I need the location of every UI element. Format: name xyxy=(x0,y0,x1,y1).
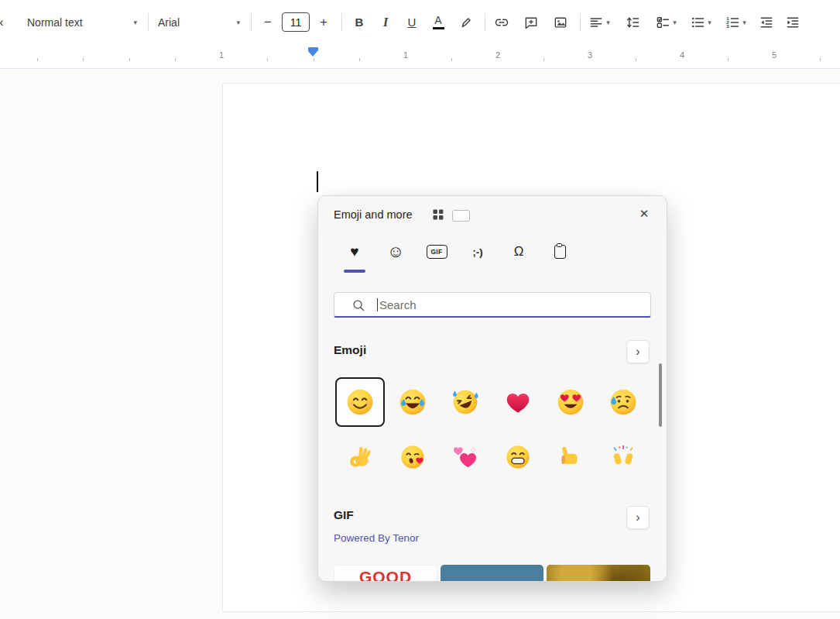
emoji-two-hearts[interactable] xyxy=(452,444,478,470)
emoji-ok-hand[interactable] xyxy=(347,444,373,470)
paragraph-style-label: Normal text xyxy=(27,16,83,29)
emoji-smiling-face[interactable] xyxy=(345,387,375,417)
ruler: 1 1 2 3 4 5 xyxy=(0,44,840,68)
gif-icon: GIF xyxy=(427,245,447,259)
font-dropdown[interactable]: Arial ▾ xyxy=(153,11,245,34)
insert-image-button[interactable] xyxy=(549,11,572,34)
gif-expand-button[interactable]: › xyxy=(626,506,650,529)
decrease-indent-icon xyxy=(759,15,774,30)
ruler-number: 2 xyxy=(493,50,502,60)
emoji-picker-panel: Emoji and more ✕ ♥ ☺ GIF ;-) Ω xyxy=(317,195,667,582)
selected-tab-indicator xyxy=(344,270,365,273)
gif-thumbnail-3[interactable] xyxy=(547,565,650,582)
font-label: Arial xyxy=(158,16,180,29)
tab-gif[interactable]: GIF xyxy=(421,238,452,266)
chevron-down-icon: ▾ xyxy=(673,19,677,26)
ruler-number: 4 xyxy=(677,50,687,60)
numbered-list-icon: 123 xyxy=(725,15,740,30)
checklist-dropdown[interactable]: ▾ xyxy=(650,11,681,34)
align-left-icon xyxy=(588,15,604,30)
ruler-number: 1 xyxy=(217,50,226,60)
tab-favorites[interactable]: ♥ xyxy=(339,238,370,266)
image-icon xyxy=(553,15,568,30)
paragraph-style-dropdown[interactable]: Normal text ▾ xyxy=(22,11,142,34)
text-color-button[interactable]: A xyxy=(427,11,449,34)
text-cursor xyxy=(317,171,318,192)
gif-section-title: GIF xyxy=(334,508,354,522)
tab-emoji[interactable]: ☺ xyxy=(380,238,411,266)
highlight-color-button[interactable] xyxy=(454,11,477,34)
underline-button[interactable]: U xyxy=(401,11,423,34)
emoji-expand-button[interactable]: › xyxy=(626,340,650,363)
chevron-right-icon: › xyxy=(636,511,639,524)
align-dropdown[interactable]: ▾ xyxy=(584,11,615,34)
link-icon xyxy=(494,15,509,30)
gif-thumbnail-text: GOOD xyxy=(359,568,412,582)
text-color-letter: A xyxy=(434,15,441,26)
decrease-font-size-button[interactable]: − xyxy=(258,11,278,34)
toolbar-separator xyxy=(251,13,252,31)
bulleted-list-dropdown[interactable]: ▾ xyxy=(685,11,716,34)
bulleted-list-icon xyxy=(690,15,705,30)
indent-marker-triangle xyxy=(308,51,317,57)
increase-indent-button[interactable] xyxy=(781,11,804,34)
numbered-list-dropdown[interactable]: 123 ▾ xyxy=(720,11,751,34)
emoji-raising-hands[interactable] xyxy=(610,444,636,470)
panel-scrollbar-thumb[interactable] xyxy=(659,363,662,427)
chevron-down-icon: ▾ xyxy=(133,19,137,26)
line-spacing-icon xyxy=(625,15,640,30)
close-button[interactable]: ✕ xyxy=(634,204,654,224)
emoji-sad-relieved[interactable] xyxy=(609,387,638,417)
insert-link-button[interactable] xyxy=(490,11,513,34)
highlighter-icon xyxy=(458,15,473,30)
ruler-number: 5 xyxy=(770,50,779,60)
kaomoji-icon: ;-) xyxy=(473,246,483,258)
font-size-input[interactable]: 11 xyxy=(282,12,310,32)
toolbar-separator xyxy=(580,13,581,31)
grid-icon xyxy=(433,209,444,220)
grid-view-button[interactable] xyxy=(431,208,445,222)
tab-symbols[interactable]: Ω xyxy=(503,238,534,266)
mini-window-button[interactable] xyxy=(452,210,470,222)
toolbar: ‹ Normal text ▾ Arial ▾ − 11 + B I U A xyxy=(0,0,840,44)
tab-clipboard[interactable] xyxy=(544,238,575,266)
indent-marker[interactable] xyxy=(308,47,318,57)
ruler-number: 1 xyxy=(401,50,410,60)
add-comment-button[interactable] xyxy=(519,11,543,34)
emoji-tears-of-joy[interactable] xyxy=(398,387,427,417)
panel-title: Emoji and more xyxy=(334,208,413,221)
search-input[interactable] xyxy=(334,293,650,316)
emoji-beaming-face[interactable] xyxy=(505,444,531,470)
toolbar-overflow-left-icon[interactable]: ‹ xyxy=(0,11,7,34)
smiley-icon: ☺ xyxy=(387,242,404,262)
chevron-down-icon: ▾ xyxy=(236,19,240,26)
toolbar-separator xyxy=(485,13,485,31)
heart-icon: ♥ xyxy=(350,243,358,260)
ruler-divider xyxy=(0,68,840,69)
increase-font-size-button[interactable]: + xyxy=(314,11,334,34)
chevron-down-icon: ▾ xyxy=(742,19,746,26)
toolbar-separator xyxy=(341,13,342,31)
tenor-attribution-link[interactable]: Powered By Tenor xyxy=(334,532,419,544)
emoji-kiss[interactable] xyxy=(399,444,426,470)
checklist-icon xyxy=(655,15,670,30)
emoji-section-title: Emoji xyxy=(334,343,366,357)
toolbar-separator xyxy=(148,13,149,31)
svg-text:3: 3 xyxy=(726,23,729,29)
add-comment-icon xyxy=(523,15,539,30)
increase-indent-icon xyxy=(785,15,801,30)
bold-button[interactable]: B xyxy=(348,11,370,34)
emoji-rofl[interactable] xyxy=(451,387,480,417)
italic-button[interactable]: I xyxy=(375,11,396,34)
symbols-icon: Ω xyxy=(514,244,524,260)
emoji-heart-eyes[interactable] xyxy=(556,387,585,417)
line-spacing-button[interactable] xyxy=(621,11,644,34)
emoji-red-heart[interactable] xyxy=(503,387,533,417)
tab-kaomoji[interactable]: ;-) xyxy=(462,238,493,266)
gif-thumbnail-2[interactable] xyxy=(441,565,543,582)
chevron-down-icon: ▾ xyxy=(606,19,610,26)
ruler-number: 3 xyxy=(585,50,595,60)
gif-thumbnail-1[interactable]: GOOD xyxy=(334,565,437,582)
decrease-indent-button[interactable] xyxy=(755,11,778,34)
emoji-thumbs-up[interactable] xyxy=(557,444,584,470)
